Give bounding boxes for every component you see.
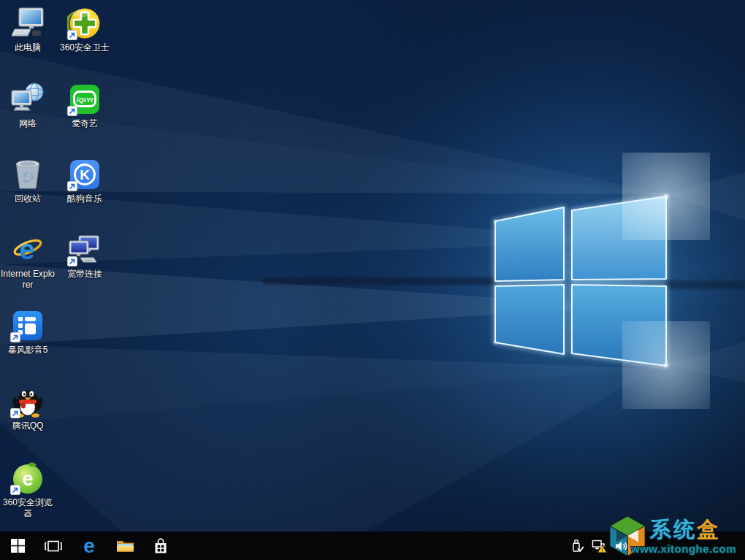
shortcut-arrow-icon: [10, 332, 20, 342]
desktop-icon-internet-explorer[interactable]: e Internet Explorer: [0, 232, 56, 291]
desktop-icon-360-browser[interactable]: e 360安全浏览器: [0, 461, 56, 519]
shortcut-arrow-icon: [67, 30, 77, 40]
desktop-icon-recycle-bin[interactable]: 回收站: [0, 157, 56, 204]
desktop-icon-label: 网络: [19, 118, 37, 129]
file-explorer-taskbar-button[interactable]: [107, 532, 142, 560]
360-safety-guard-icon: [67, 6, 102, 41]
kugou-music-icon: K: [67, 157, 102, 192]
start-button[interactable]: [0, 532, 35, 560]
network-status-button[interactable]: !: [590, 532, 609, 560]
shortcut-arrow-icon: [67, 256, 77, 266]
iqiyi-icon: iQIYI: [67, 82, 102, 117]
desktop-icon-360-safety-guard[interactable]: 360安全卫士: [57, 6, 112, 53]
svg-text:!: !: [601, 546, 603, 553]
desktop-icon-network[interactable]: 网络: [0, 82, 56, 129]
shortcut-arrow-icon: [10, 485, 20, 495]
svg-text:K: K: [80, 167, 90, 183]
shortcut-arrow-icon: [67, 106, 77, 116]
desktop-icon-label: 此电脑: [15, 42, 41, 53]
store-bag-icon: [153, 537, 168, 554]
360-browser-icon: e: [10, 461, 45, 496]
qq-penguin-icon: [10, 384, 45, 419]
desktop-icon-label: 爱奇艺: [72, 118, 98, 129]
recycle-bin-icon: [10, 157, 45, 192]
desktop-icon-broadband-connection[interactable]: 宽带连接: [57, 232, 112, 280]
task-view-icon: [44, 540, 63, 553]
desktop-icon-kugou-music[interactable]: K 酷狗音乐: [57, 157, 112, 204]
desktop-icon-this-pc[interactable]: 此电脑: [0, 6, 56, 53]
edge-taskbar-button[interactable]: e: [72, 532, 107, 560]
network-warning-icon: !: [592, 539, 608, 553]
desktop-icon-label: 360安全浏览器: [0, 497, 56, 519]
desktop-icon-label: Internet Explorer: [0, 269, 56, 291]
taskbar-left-buttons: e: [0, 532, 178, 560]
desktop-icon-tencent-qq[interactable]: 腾讯QQ: [0, 384, 56, 431]
edge-icon: e: [79, 536, 99, 556]
desktop-icon-label: 回收站: [15, 193, 41, 204]
desktop-icon-label: 酷狗音乐: [67, 193, 102, 204]
desktop-icon-iqiyi[interactable]: iQIYI 爱奇艺: [57, 82, 112, 129]
desktop: 此电脑 网络: [0, 0, 745, 560]
windows-logo-icon: [11, 539, 25, 553]
speaker-icon: [614, 539, 630, 553]
svg-text:e: e: [19, 234, 34, 265]
system-tray: !: [568, 532, 631, 560]
usb-safely-remove-button[interactable]: [568, 532, 587, 560]
taskbar: e: [0, 532, 745, 560]
desktop-icon-label: 暴风影音5: [8, 345, 48, 356]
volume-button[interactable]: [612, 532, 631, 560]
broadband-connection-icon: [67, 232, 102, 267]
desktop-icon-label: 腾讯QQ: [12, 421, 44, 431]
desktop-icon-baofeng-player[interactable]: 暴风影音5: [0, 308, 56, 356]
network-icon: [10, 82, 45, 117]
shortcut-arrow-icon: [10, 408, 20, 418]
shortcut-arrow-icon: [67, 181, 77, 191]
this-pc-icon: [10, 6, 45, 41]
internet-explorer-icon: e: [10, 232, 45, 267]
file-explorer-folder-icon: [116, 539, 134, 553]
store-taskbar-button[interactable]: [143, 532, 178, 560]
desktop-icon-label: 宽带连接: [67, 269, 102, 280]
desktop-icon-label: 360安全卫士: [60, 42, 110, 53]
baofeng-player-icon: [10, 308, 45, 343]
task-view-button[interactable]: [36, 532, 71, 560]
usb-device-icon: [570, 539, 586, 553]
svg-text:iQIYI: iQIYI: [77, 96, 93, 104]
svg-text:e: e: [83, 536, 95, 556]
svg-text:e: e: [22, 468, 33, 490]
